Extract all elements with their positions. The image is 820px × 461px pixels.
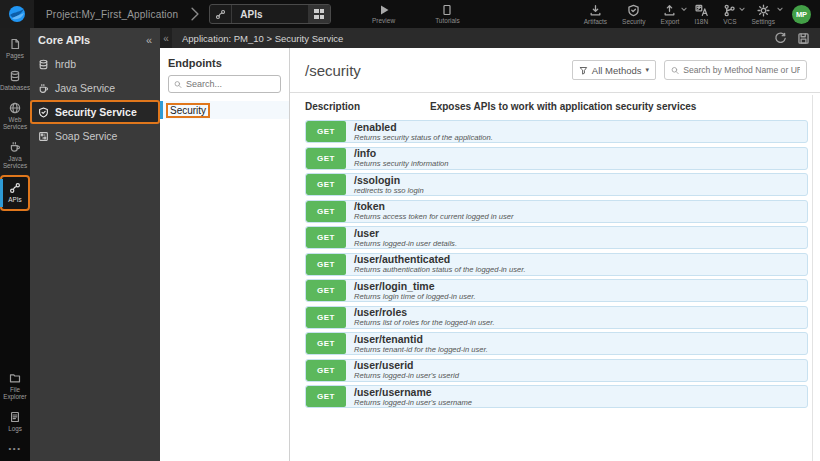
endpoint-path: /user/roles <box>354 307 495 318</box>
endpoint-row[interactable]: GET /user/roles Returns list of roles fo… <box>305 306 808 329</box>
sidebar-bottom-group: File Explorer Logs ••• <box>0 367 30 461</box>
app-logo[interactable] <box>0 0 34 28</box>
endpoint-row[interactable]: GET /user/authenticated Returns authenti… <box>305 253 808 276</box>
preview-button[interactable]: Preview <box>372 0 395 28</box>
endpoints-search-input[interactable] <box>186 79 275 89</box>
sidebar-item-web-services[interactable]: Web Services <box>0 97 30 136</box>
endpoints-panel: Endpoints Security <box>160 48 290 461</box>
method-badge: GET <box>306 121 346 142</box>
method-badge: GET <box>306 333 346 354</box>
endpoint-path: /user/userid <box>354 360 459 371</box>
method-badge: GET <box>306 148 346 169</box>
sidebar-item-logs[interactable]: Logs <box>0 406 30 438</box>
page-icon <box>9 38 21 50</box>
endpoint-list: GET /enabled Returns security status of … <box>290 118 820 408</box>
endpoint-path: /user <box>354 228 457 239</box>
endpoints-search[interactable] <box>168 75 281 93</box>
sidebar-item-apis[interactable]: APIs <box>0 175 30 211</box>
sidebar-item-java-services[interactable]: Java Services <box>0 136 30 175</box>
endpoint-description: redirects to sso login <box>354 186 424 195</box>
sidebar-item-file-explorer[interactable]: File Explorer <box>0 367 30 406</box>
scroll-divider <box>812 95 813 461</box>
core-api-item-security-service[interactable]: Security Service <box>30 100 160 124</box>
settings-button[interactable]: Settings <box>752 0 776 28</box>
left-sidebar: Pages Databases Web Services Java Servic… <box>0 28 30 461</box>
core-apis-panel: Core APIs « hrdb Java Service Security S… <box>30 28 160 461</box>
user-avatar[interactable]: MP <box>792 5 811 24</box>
project-name-label: Project:My_First_Application <box>46 9 178 20</box>
method-search-input[interactable] <box>683 65 800 75</box>
header-controls: All Methods ▾ <box>572 60 807 80</box>
endpoint-description: Returns tenant-id for the logged-in user… <box>354 345 488 354</box>
endpoint-row[interactable]: GET /ssologin redirects to sso login <box>305 173 808 196</box>
endpoint-item-security[interactable]: Security <box>160 101 289 119</box>
coffee-icon <box>38 83 49 94</box>
core-api-item-java-service[interactable]: Java Service <box>30 76 160 100</box>
play-icon <box>378 4 390 16</box>
endpoint-row[interactable]: GET /enabled Returns security status of … <box>305 120 808 143</box>
breadcrumb-bar: « Application: PM_10 > Security Service <box>160 28 820 48</box>
grid-icon[interactable] <box>308 5 330 23</box>
database-icon <box>9 70 21 82</box>
artifacts-button[interactable]: Artifacts <box>584 0 607 28</box>
globe-icon <box>9 102 21 114</box>
endpoint-description: Returns access token for current logged … <box>354 212 514 221</box>
tab-apis-label: APIs <box>240 9 262 20</box>
topbar-right-actions: Artifacts Security Export I18N VCS Setti… <box>584 0 820 28</box>
endpoint-path: /info <box>354 148 449 159</box>
download-icon <box>589 4 602 17</box>
endpoint-row[interactable]: GET /user/username Returns logged-in use… <box>305 385 808 408</box>
top-bar: Project:My_First_Application APIs Previe… <box>0 0 820 28</box>
collapse-panel-icon[interactable]: « <box>160 28 172 48</box>
method-badge: GET <box>306 360 346 381</box>
caret-down-icon <box>777 7 783 12</box>
methods-filter-dropdown[interactable]: All Methods ▾ <box>572 60 656 80</box>
vcs-button[interactable]: VCS <box>723 0 736 28</box>
service-description-row: Description Exposes APIs to work with ap… <box>290 93 820 118</box>
caret-down-icon <box>681 7 687 12</box>
sidebar-main-group: Pages Databases Web Services Java Servic… <box>0 28 30 211</box>
endpoint-row[interactable]: GET /info Returns security information <box>305 147 808 170</box>
endpoint-description: Returns logged-in user's username <box>354 398 472 407</box>
endpoint-description: Returns list of roles for the logged-in … <box>354 318 495 327</box>
gear-icon <box>757 4 770 17</box>
method-badge: GET <box>306 174 346 195</box>
endpoint-row[interactable]: GET /token Returns access token for curr… <box>305 200 808 223</box>
endpoint-description: Returns logged-in user's userid <box>354 371 459 380</box>
core-api-item-soap-service[interactable]: Soap Service <box>30 124 160 148</box>
description-label: Description <box>305 101 430 112</box>
endpoint-path: /ssologin <box>354 175 424 186</box>
sidebar-item-pages[interactable]: Pages <box>0 33 30 65</box>
method-badge: GET <box>306 227 346 248</box>
endpoint-row[interactable]: GET /user/userid Returns logged-in user'… <box>305 359 808 382</box>
caret-down-icon <box>739 7 745 12</box>
search-icon <box>671 66 679 75</box>
endpoint-path: /user/login_time <box>354 281 476 292</box>
endpoints-title: Endpoints <box>160 48 289 75</box>
method-badge: GET <box>306 386 346 407</box>
endpoint-row[interactable]: GET /user/tenantid Returns tenant-id for… <box>305 332 808 355</box>
endpoint-row[interactable]: GET /user/login_time Returns login time … <box>305 279 808 302</box>
more-options-icon[interactable]: ••• <box>0 438 30 457</box>
folder-icon <box>9 372 21 384</box>
endpoint-path: /token <box>354 201 514 212</box>
sidebar-item-databases[interactable]: Databases <box>0 65 30 97</box>
endpoint-description: Returns authentication status of the log… <box>354 265 526 274</box>
core-api-item-hrdb[interactable]: hrdb <box>30 52 160 76</box>
export-button[interactable]: Export <box>661 0 680 28</box>
wavemaker-logo-icon <box>8 5 26 23</box>
tab-apis[interactable]: APIs <box>209 4 331 24</box>
endpoint-path: /user/authenticated <box>354 254 526 265</box>
tutorials-button[interactable]: Tutorials <box>435 0 460 28</box>
security-button[interactable]: Security <box>622 0 645 28</box>
search-icon <box>174 80 182 89</box>
collapse-panel-icon[interactable]: « <box>146 34 152 46</box>
method-badge: GET <box>306 201 346 222</box>
endpoint-row[interactable]: GET /user Returns logged-in user details… <box>305 226 808 249</box>
refresh-icon[interactable] <box>774 32 787 45</box>
method-search[interactable] <box>664 60 807 80</box>
shield-icon <box>627 4 640 17</box>
save-icon[interactable] <box>797 32 810 45</box>
i18n-button[interactable]: I18N <box>694 0 708 28</box>
endpoint-description: Returns logged-in user details. <box>354 239 457 248</box>
